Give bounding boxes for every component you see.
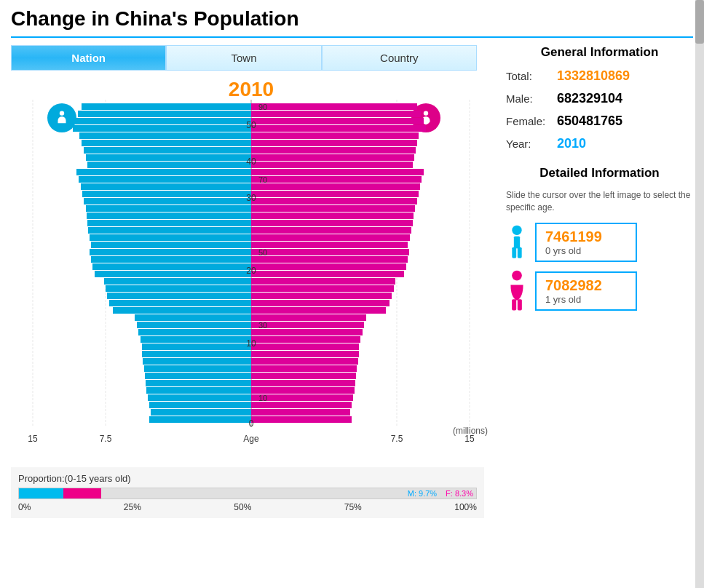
svg-text:40: 40: [246, 156, 256, 167]
proportion-male-bar: [19, 488, 63, 498]
svg-rect-92: [251, 118, 424, 124]
svg-rect-94: [251, 103, 417, 110]
left-panel: Nation Town Country 2010: [11, 45, 491, 518]
svg-rect-91: [251, 125, 426, 132]
male-row: Male: 682329104: [506, 91, 693, 106]
svg-rect-76: [251, 234, 410, 241]
proportion-section: Proportion:(0-15 years old) M: 9.7% F: 8…: [11, 467, 484, 518]
svg-rect-20: [137, 322, 251, 328]
svg-rect-80: [251, 205, 415, 212]
svg-rect-12: [146, 380, 251, 386]
svg-rect-77: [251, 227, 411, 234]
scrollbar[interactable]: [695, 0, 704, 588]
svg-rect-28: [92, 263, 251, 270]
svg-rect-37: [84, 198, 251, 204]
female-label: Female:: [506, 115, 557, 127]
svg-rect-71: [251, 271, 404, 277]
pct-25: 25%: [124, 502, 141, 512]
right-panel: General Information Total: 1332810869 Ma…: [491, 45, 693, 518]
tab-nation[interactable]: Nation: [11, 45, 166, 71]
svg-rect-61: [251, 343, 359, 350]
svg-rect-81: [251, 198, 417, 204]
svg-rect-17: [142, 343, 251, 350]
proportion-title: Proportion:(0-15 years old): [18, 473, 477, 484]
scrollbar-thumb[interactable]: [695, 0, 704, 44]
pct-50: 50%: [234, 502, 251, 512]
svg-point-110: [512, 270, 522, 280]
general-info-title: General Information: [506, 45, 693, 60]
male-detail-box: 7461199 0 yrs old: [535, 223, 637, 262]
tab-country[interactable]: Country: [322, 45, 477, 71]
svg-rect-7: [149, 416, 251, 423]
pct-75: 75%: [344, 502, 362, 512]
svg-rect-78: [251, 220, 413, 226]
svg-rect-35: [87, 212, 251, 219]
svg-rect-53: [251, 402, 352, 408]
millions-label: (millions): [453, 426, 488, 436]
male-detail-card: 7461199 0 yrs old: [506, 223, 693, 262]
svg-rect-58: [251, 365, 357, 372]
svg-text:0: 0: [249, 418, 254, 429]
svg-rect-8: [151, 409, 251, 416]
svg-rect-14: [144, 365, 251, 372]
svg-rect-45: [82, 140, 251, 146]
svg-rect-64: [251, 322, 364, 328]
proportion-female-label: F: 8.3%: [446, 489, 473, 498]
male-detail-age: 0 yrs old: [545, 245, 627, 256]
svg-rect-69: [251, 285, 394, 292]
page-title: Change in China's Population: [11, 7, 693, 31]
title-divider: [11, 36, 693, 38]
male-detail-icon: [506, 224, 528, 261]
year-label: Year:: [506, 138, 557, 150]
svg-rect-25: [106, 285, 251, 292]
detailed-info-section: Detailed Information Slide the cursor ov…: [506, 166, 693, 313]
proportion-male-label: M: 9.7%: [408, 489, 437, 498]
svg-text:Age: Age: [243, 434, 259, 444]
svg-rect-107: [514, 236, 520, 248]
svg-rect-62: [251, 336, 360, 343]
svg-rect-26: [104, 278, 251, 285]
svg-rect-67: [251, 300, 389, 306]
svg-rect-79: [251, 212, 414, 219]
year-row: Year: 2010: [506, 136, 693, 151]
svg-rect-70: [251, 278, 395, 285]
svg-rect-87: [251, 154, 414, 161]
svg-rect-32: [90, 234, 251, 241]
detail-description: Slide the cursor over the left image to …: [506, 189, 693, 214]
svg-text:20: 20: [246, 266, 256, 276]
pyramid-svg: 0 10 20 30 40 50 15 7.5 Age 7.5 15: [11, 100, 491, 456]
svg-rect-52: [251, 409, 350, 416]
svg-rect-24: [107, 293, 251, 299]
svg-rect-49: [78, 111, 251, 117]
svg-rect-16: [142, 351, 251, 357]
svg-rect-48: [75, 118, 251, 124]
svg-rect-15: [143, 358, 251, 365]
svg-text:30: 30: [246, 193, 256, 203]
svg-rect-10: [148, 394, 251, 401]
svg-rect-63: [251, 329, 363, 335]
total-row: Total: 1332810869: [506, 68, 693, 84]
detailed-info-title: Detailed Information: [506, 166, 693, 180]
svg-rect-111: [512, 299, 516, 310]
svg-rect-73: [251, 256, 408, 263]
svg-rect-75: [251, 242, 408, 248]
female-row: Female: 650481765: [506, 114, 693, 129]
tab-town[interactable]: Town: [166, 45, 321, 71]
svg-rect-11: [146, 387, 251, 394]
svg-rect-23: [109, 300, 251, 306]
total-value: 1332810869: [557, 68, 630, 84]
svg-rect-85: [251, 169, 424, 175]
svg-text:7.5: 7.5: [391, 434, 403, 444]
male-detail-number: 7461199: [545, 229, 627, 245]
svg-rect-109: [518, 247, 522, 258]
svg-rect-36: [86, 205, 251, 212]
svg-text:15: 15: [28, 434, 38, 444]
svg-rect-108: [512, 247, 516, 258]
svg-rect-57: [251, 373, 356, 379]
svg-text:50: 50: [246, 120, 256, 130]
svg-rect-18: [141, 336, 251, 343]
svg-rect-29: [91, 256, 251, 263]
svg-rect-72: [251, 263, 406, 270]
chart-year: 2010: [229, 78, 274, 101]
svg-rect-40: [79, 176, 251, 183]
